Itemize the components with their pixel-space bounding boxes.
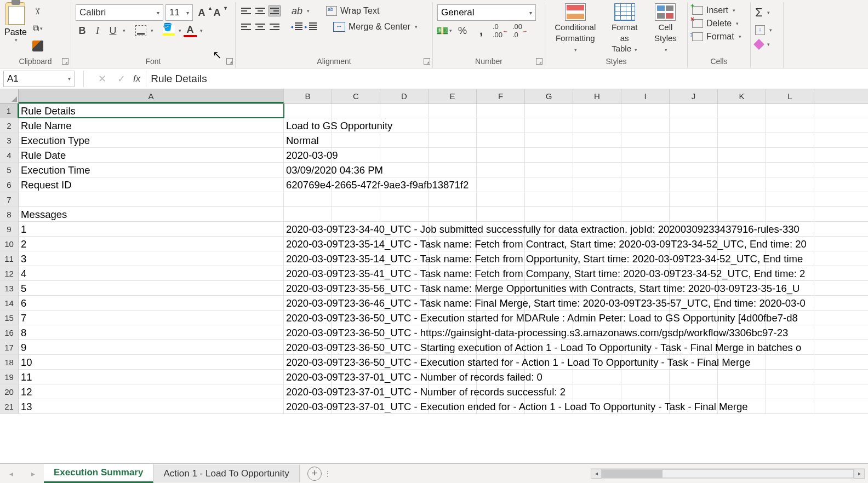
cell-styles-button[interactable]: Cell Styles ▾ xyxy=(648,3,683,54)
cell-G6[interactable] xyxy=(525,177,573,192)
clear-button[interactable]: ▾ xyxy=(755,39,779,49)
fx-button[interactable]: fx xyxy=(133,73,140,84)
cell-B20[interactable]: 2020-03-09T23-37-01_UTC - Number of reco… xyxy=(284,384,332,399)
delete-cells-button[interactable]: Delete ▾ xyxy=(692,18,746,30)
scroll-left-button[interactable]: ◂ xyxy=(591,469,602,479)
horizontal-scrollbar[interactable]: ◂ ▸ xyxy=(591,468,865,479)
align-middle-button[interactable] xyxy=(254,5,266,16)
cell-A4[interactable]: Rule Date xyxy=(19,148,284,162)
cell-A20[interactable]: 12 xyxy=(19,384,284,399)
row-header-14[interactable]: 14 xyxy=(0,296,19,310)
cell-D4[interactable] xyxy=(380,148,429,162)
row-header-4[interactable]: 4 xyxy=(0,148,19,162)
align-top-button[interactable] xyxy=(240,5,252,16)
tab-split-grip[interactable]: ⋮ xyxy=(324,469,328,478)
cell-I6[interactable] xyxy=(621,177,670,192)
align-center-button[interactable] xyxy=(254,21,266,32)
cell-A7[interactable] xyxy=(19,192,284,206)
cell-L21[interactable] xyxy=(766,399,814,413)
column-header-F[interactable]: F xyxy=(477,89,525,103)
cell-K1[interactable] xyxy=(718,104,766,118)
cell-H7[interactable] xyxy=(573,192,621,206)
cell-K2[interactable] xyxy=(718,118,766,133)
cell-H20[interactable] xyxy=(573,384,621,399)
cell-A19[interactable]: 11 xyxy=(19,370,284,384)
cell-K20[interactable] xyxy=(718,384,766,399)
select-all-corner[interactable] xyxy=(0,89,19,103)
cell-B14[interactable]: 2020-03-09T23-36-46_UTC - Task name: Fin… xyxy=(284,296,332,310)
copy-button[interactable]: ⧉▾ xyxy=(31,22,44,35)
fill-button[interactable]: ▾ xyxy=(755,24,779,36)
format-cells-button[interactable]: Format ▾ xyxy=(692,31,746,43)
cell-K8[interactable] xyxy=(718,207,766,221)
cell-J8[interactable] xyxy=(670,207,718,221)
cell-D3[interactable] xyxy=(380,133,429,147)
cell-B7[interactable] xyxy=(284,192,332,206)
formula-input[interactable]: Rule Details xyxy=(146,73,868,85)
cell-L5[interactable] xyxy=(766,163,814,177)
cell-I5[interactable] xyxy=(621,163,670,177)
cell-G7[interactable] xyxy=(525,192,573,206)
cell-L1[interactable] xyxy=(766,104,814,118)
alignment-dialog-launcher[interactable] xyxy=(424,58,430,65)
column-header-E[interactable]: E xyxy=(429,89,477,103)
row-header-3[interactable]: 3 xyxy=(0,133,19,147)
chevron-down-icon[interactable]: ▾ xyxy=(123,28,125,33)
cell-I2[interactable] xyxy=(621,118,670,133)
cell-B10[interactable]: 2020-03-09T23-35-14_UTC - Task name: Fet… xyxy=(284,237,332,251)
align-bottom-button[interactable] xyxy=(269,5,281,16)
cell-B11[interactable]: 2020-03-09T23-35-14_UTC - Task name: Fet… xyxy=(284,251,332,266)
cell-L2[interactable] xyxy=(766,118,814,133)
number-format-select[interactable]: General ▾ xyxy=(437,4,536,21)
font-dialog-launcher[interactable] xyxy=(226,58,233,65)
column-header-C[interactable]: C xyxy=(332,89,380,103)
cell-B16[interactable]: 2020-03-09T23-36-50_UTC - https://gainsi… xyxy=(284,325,332,340)
cell-I19[interactable] xyxy=(621,370,670,384)
cell-A16[interactable]: 8 xyxy=(19,325,284,340)
cell-J3[interactable] xyxy=(670,133,718,147)
cell-A13[interactable]: 5 xyxy=(19,281,284,295)
align-right-button[interactable] xyxy=(269,21,281,32)
cell-A10[interactable]: 2 xyxy=(19,237,284,251)
cell-A11[interactable]: 3 xyxy=(19,251,284,266)
fill-color-button[interactable] xyxy=(162,24,175,37)
cell-B8[interactable] xyxy=(284,207,332,221)
column-header-I[interactable]: I xyxy=(621,89,670,103)
format-as-table-button[interactable]: Format as Table ▾ xyxy=(603,3,646,54)
cell-A18[interactable]: 10 xyxy=(19,355,284,369)
decrease-decimal-button[interactable]: .00.0→ xyxy=(513,24,527,37)
cell-L6[interactable] xyxy=(766,177,814,192)
cell-A5[interactable]: Execution Time xyxy=(19,163,284,177)
cell-A12[interactable]: 4 xyxy=(19,266,284,280)
cell-K6[interactable] xyxy=(718,177,766,192)
row-header-12[interactable]: 12 xyxy=(0,266,19,280)
bold-button[interactable]: B xyxy=(76,24,89,37)
wrap-text-button[interactable]: Wrap Text xyxy=(323,5,382,17)
column-header-H[interactable]: H xyxy=(573,89,621,103)
comma-format-button[interactable]: , xyxy=(475,24,488,37)
cell-H2[interactable] xyxy=(573,118,621,133)
cell-A15[interactable]: 7 xyxy=(19,311,284,325)
row-header-11[interactable]: 11 xyxy=(0,251,19,266)
cell-K3[interactable] xyxy=(718,133,766,147)
row-header-17[interactable]: 17 xyxy=(0,340,19,354)
cell-G2[interactable] xyxy=(525,118,573,133)
cell-B17[interactable]: 2020-03-09T23-36-50_UTC - Starting execu… xyxy=(284,340,332,354)
row-header-13[interactable]: 13 xyxy=(0,281,19,295)
cell-C4[interactable] xyxy=(332,148,380,162)
cell-B3[interactable]: Normal xyxy=(284,133,332,147)
cell-C1[interactable] xyxy=(332,104,380,118)
cell-K7[interactable] xyxy=(718,192,766,206)
cell-C7[interactable] xyxy=(332,192,380,206)
cell-L20[interactable] xyxy=(766,384,814,399)
clipboard-dialog-launcher[interactable] xyxy=(62,58,68,65)
row-header-9[interactable]: 9 xyxy=(0,222,19,236)
row-header-15[interactable]: 15 xyxy=(0,311,19,325)
row-header-20[interactable]: 20 xyxy=(0,384,19,399)
scroll-track[interactable] xyxy=(602,469,854,478)
cell-F8[interactable] xyxy=(477,207,525,221)
cell-H19[interactable] xyxy=(573,370,621,384)
column-header-B[interactable]: B xyxy=(284,89,332,103)
enter-formula-button[interactable]: ✓ xyxy=(117,73,125,85)
column-header-J[interactable]: J xyxy=(670,89,718,103)
